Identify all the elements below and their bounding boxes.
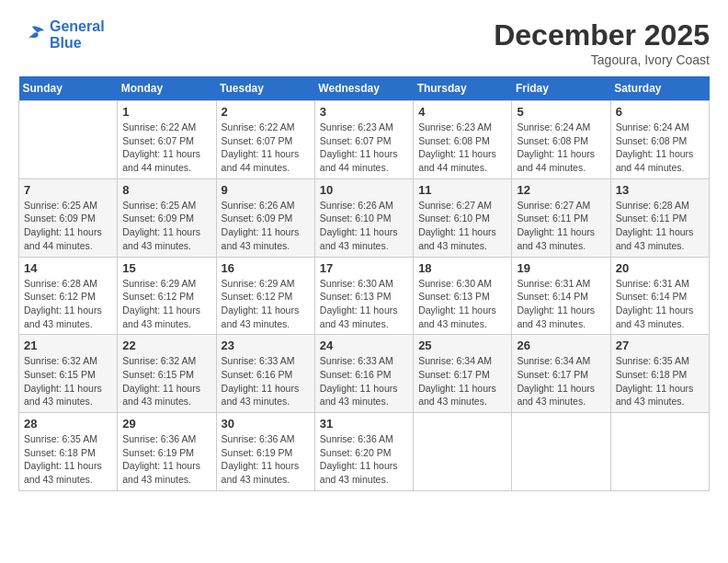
day-of-week-header: Sunday xyxy=(19,76,118,101)
calendar-week-row: 21Sunrise: 6:32 AM Sunset: 6:15 PM Dayli… xyxy=(19,335,710,413)
calendar-table: SundayMondayTuesdayWednesdayThursdayFrid… xyxy=(18,76,710,491)
day-info: Sunrise: 6:33 AM Sunset: 6:16 PM Dayligh… xyxy=(222,354,310,408)
calendar-week-row: 28Sunrise: 6:35 AM Sunset: 6:18 PM Dayli… xyxy=(19,413,710,491)
day-number: 1 xyxy=(122,105,210,119)
day-number: 24 xyxy=(320,339,408,352)
calendar-cell xyxy=(19,101,118,179)
day-info: Sunrise: 6:25 AM Sunset: 6:09 PM Dayligh… xyxy=(24,199,112,253)
calendar-cell: 10Sunrise: 6:26 AM Sunset: 6:10 PM Dayli… xyxy=(314,178,413,257)
day-number: 30 xyxy=(222,417,310,431)
title-block: December 2025 Tagoura, Ivory Coast xyxy=(494,18,710,67)
calendar-cell: 20Sunrise: 6:31 AM Sunset: 6:14 PM Dayli… xyxy=(610,257,709,335)
day-number: 2 xyxy=(222,105,310,119)
calendar-cell: 30Sunrise: 6:36 AM Sunset: 6:19 PM Dayli… xyxy=(216,413,314,491)
day-number: 9 xyxy=(222,183,310,197)
day-info: Sunrise: 6:35 AM Sunset: 6:18 PM Dayligh… xyxy=(616,354,704,408)
calendar-cell: 15Sunrise: 6:29 AM Sunset: 6:12 PM Dayli… xyxy=(118,257,216,335)
calendar-cell xyxy=(610,413,709,491)
day-info: Sunrise: 6:31 AM Sunset: 6:14 PM Dayligh… xyxy=(517,277,605,331)
day-number: 26 xyxy=(517,339,605,352)
day-info: Sunrise: 6:22 AM Sunset: 6:07 PM Dayligh… xyxy=(222,121,310,175)
day-info: Sunrise: 6:36 AM Sunset: 6:19 PM Dayligh… xyxy=(222,432,310,487)
calendar-cell: 24Sunrise: 6:33 AM Sunset: 6:16 PM Dayli… xyxy=(314,335,413,413)
day-number: 8 xyxy=(122,183,210,197)
calendar-cell: 4Sunrise: 6:23 AM Sunset: 6:08 PM Daylig… xyxy=(414,101,512,179)
day-of-week-header: Wednesday xyxy=(314,76,413,101)
logo: General Blue xyxy=(18,18,105,51)
day-of-week-header: Monday xyxy=(118,76,216,101)
calendar-week-row: 14Sunrise: 6:28 AM Sunset: 6:12 PM Dayli… xyxy=(19,257,710,335)
calendar-cell: 9Sunrise: 6:26 AM Sunset: 6:09 PM Daylig… xyxy=(216,178,314,257)
calendar-cell: 17Sunrise: 6:30 AM Sunset: 6:13 PM Dayli… xyxy=(314,257,413,335)
day-info: Sunrise: 6:30 AM Sunset: 6:13 PM Dayligh… xyxy=(418,277,506,331)
day-number: 12 xyxy=(517,183,605,197)
calendar-cell: 25Sunrise: 6:34 AM Sunset: 6:17 PM Dayli… xyxy=(414,335,512,413)
calendar-cell: 31Sunrise: 6:36 AM Sunset: 6:20 PM Dayli… xyxy=(314,413,413,491)
day-info: Sunrise: 6:28 AM Sunset: 6:12 PM Dayligh… xyxy=(24,277,112,331)
day-info: Sunrise: 6:27 AM Sunset: 6:10 PM Dayligh… xyxy=(418,199,506,253)
day-of-week-header: Thursday xyxy=(414,76,512,101)
day-info: Sunrise: 6:25 AM Sunset: 6:09 PM Dayligh… xyxy=(122,199,210,253)
calendar-body: 1Sunrise: 6:22 AM Sunset: 6:07 PM Daylig… xyxy=(19,101,710,491)
header-row: SundayMondayTuesdayWednesdayThursdayFrid… xyxy=(19,76,710,101)
day-info: Sunrise: 6:30 AM Sunset: 6:13 PM Dayligh… xyxy=(320,277,408,331)
calendar-cell: 16Sunrise: 6:29 AM Sunset: 6:12 PM Dayli… xyxy=(216,257,314,335)
day-number: 14 xyxy=(24,261,112,275)
location: Tagoura, Ivory Coast xyxy=(494,52,710,67)
day-number: 4 xyxy=(418,105,506,119)
day-number: 7 xyxy=(24,183,112,197)
day-number: 5 xyxy=(517,105,605,119)
calendar-cell xyxy=(512,413,610,491)
calendar-header: SundayMondayTuesdayWednesdayThursdayFrid… xyxy=(19,76,710,101)
day-info: Sunrise: 6:28 AM Sunset: 6:11 PM Dayligh… xyxy=(616,199,704,253)
day-number: 17 xyxy=(320,261,408,275)
day-info: Sunrise: 6:36 AM Sunset: 6:20 PM Dayligh… xyxy=(320,432,408,487)
day-info: Sunrise: 6:32 AM Sunset: 6:15 PM Dayligh… xyxy=(122,354,210,408)
calendar-cell: 5Sunrise: 6:24 AM Sunset: 6:08 PM Daylig… xyxy=(512,101,610,179)
day-number: 11 xyxy=(418,183,506,197)
day-info: Sunrise: 6:29 AM Sunset: 6:12 PM Dayligh… xyxy=(222,277,310,331)
day-info: Sunrise: 6:23 AM Sunset: 6:08 PM Dayligh… xyxy=(418,121,506,175)
page-header: General Blue December 2025 Tagoura, Ivor… xyxy=(18,18,710,67)
day-of-week-header: Saturday xyxy=(610,76,709,101)
day-number: 21 xyxy=(24,339,112,352)
logo-text: General Blue xyxy=(50,18,105,51)
day-info: Sunrise: 6:23 AM Sunset: 6:07 PM Dayligh… xyxy=(320,121,408,175)
calendar-cell: 22Sunrise: 6:32 AM Sunset: 6:15 PM Dayli… xyxy=(118,335,216,413)
day-number: 3 xyxy=(320,105,408,119)
day-number: 16 xyxy=(222,261,310,275)
day-of-week-header: Tuesday xyxy=(216,76,314,101)
calendar-cell: 8Sunrise: 6:25 AM Sunset: 6:09 PM Daylig… xyxy=(118,178,216,257)
calendar-cell: 7Sunrise: 6:25 AM Sunset: 6:09 PM Daylig… xyxy=(19,178,118,257)
calendar-cell: 12Sunrise: 6:27 AM Sunset: 6:11 PM Dayli… xyxy=(512,178,610,257)
day-number: 25 xyxy=(418,339,506,352)
calendar-cell: 11Sunrise: 6:27 AM Sunset: 6:10 PM Dayli… xyxy=(414,178,512,257)
day-number: 6 xyxy=(616,105,704,119)
calendar-cell: 18Sunrise: 6:30 AM Sunset: 6:13 PM Dayli… xyxy=(414,257,512,335)
day-number: 29 xyxy=(122,417,210,431)
calendar-cell: 29Sunrise: 6:36 AM Sunset: 6:19 PM Dayli… xyxy=(118,413,216,491)
calendar-cell: 14Sunrise: 6:28 AM Sunset: 6:12 PM Dayli… xyxy=(19,257,118,335)
day-number: 13 xyxy=(616,183,704,197)
day-number: 31 xyxy=(320,417,408,431)
calendar-cell: 26Sunrise: 6:34 AM Sunset: 6:17 PM Dayli… xyxy=(512,335,610,413)
calendar-week-row: 1Sunrise: 6:22 AM Sunset: 6:07 PM Daylig… xyxy=(19,101,710,179)
day-info: Sunrise: 6:34 AM Sunset: 6:17 PM Dayligh… xyxy=(517,354,605,408)
day-info: Sunrise: 6:31 AM Sunset: 6:14 PM Dayligh… xyxy=(616,277,704,331)
calendar-cell: 21Sunrise: 6:32 AM Sunset: 6:15 PM Dayli… xyxy=(19,335,118,413)
day-of-week-header: Friday xyxy=(512,76,610,101)
day-number: 10 xyxy=(320,183,408,197)
day-number: 20 xyxy=(616,261,704,275)
day-info: Sunrise: 6:24 AM Sunset: 6:08 PM Dayligh… xyxy=(517,121,605,175)
calendar-cell: 13Sunrise: 6:28 AM Sunset: 6:11 PM Dayli… xyxy=(610,178,709,257)
day-info: Sunrise: 6:32 AM Sunset: 6:15 PM Dayligh… xyxy=(24,354,112,408)
day-number: 23 xyxy=(222,339,310,352)
calendar-cell: 28Sunrise: 6:35 AM Sunset: 6:18 PM Dayli… xyxy=(19,413,118,491)
day-number: 15 xyxy=(122,261,210,275)
calendar-cell: 27Sunrise: 6:35 AM Sunset: 6:18 PM Dayli… xyxy=(610,335,709,413)
day-info: Sunrise: 6:24 AM Sunset: 6:08 PM Dayligh… xyxy=(616,121,704,175)
day-info: Sunrise: 6:26 AM Sunset: 6:09 PM Dayligh… xyxy=(222,199,310,253)
logo-icon xyxy=(18,24,46,46)
day-info: Sunrise: 6:35 AM Sunset: 6:18 PM Dayligh… xyxy=(24,432,112,487)
day-info: Sunrise: 6:22 AM Sunset: 6:07 PM Dayligh… xyxy=(122,121,210,175)
